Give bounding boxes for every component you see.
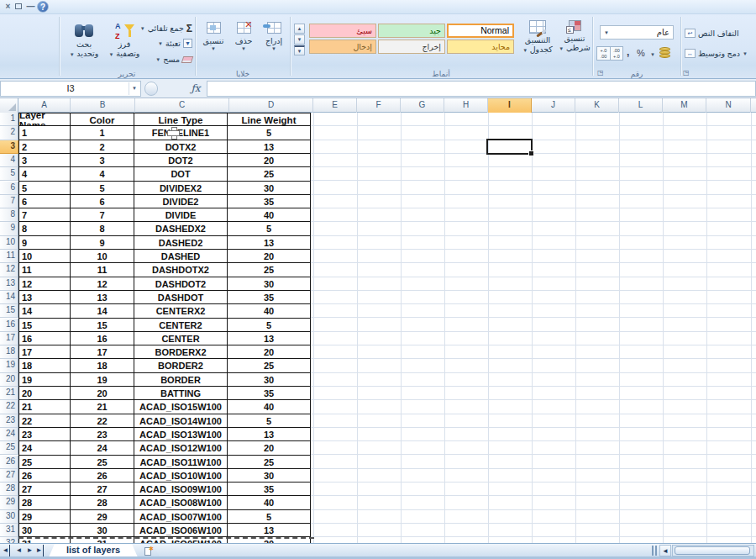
table-cell[interactable]: 11 [70, 262, 134, 277]
clear-button[interactable]: مسح ▼ [155, 53, 192, 66]
tab-split-handle[interactable] [652, 546, 657, 556]
increase-decimal-button[interactable]: +.0 .00 [597, 47, 610, 60]
column-header-D[interactable]: D [229, 98, 313, 113]
insert-cells-button[interactable]: إدراج ▼ [259, 22, 289, 51]
table-cell[interactable]: BATTING [134, 386, 228, 400]
table-cell[interactable]: ACAD_ISO14W100 [134, 414, 228, 428]
row-header-4[interactable]: 4 [0, 154, 18, 167]
table-cell[interactable]: 1 [18, 125, 71, 140]
first-sheet-button[interactable]: ◄ [2, 545, 10, 556]
row-header-11[interactable]: 11 [0, 250, 18, 263]
column-header-G[interactable]: G [401, 98, 444, 113]
decrease-decimal-button[interactable]: .00 +.0 [610, 47, 622, 60]
merge-center-button[interactable]: ↔ دمج وتوسيط ▼ [685, 47, 748, 60]
row-header-21[interactable]: 21 [0, 387, 18, 400]
table-cell[interactable]: ACAD_ISO10W100 [134, 468, 228, 483]
row-header-15[interactable]: 15 [0, 304, 18, 318]
row-header-32[interactable]: 32 [0, 537, 18, 543]
row-header-31[interactable]: 31 [0, 524, 18, 537]
table-cell[interactable]: 23 [18, 427, 71, 441]
insert-worksheet-tab[interactable]: ✱ [138, 546, 160, 557]
table-cell[interactable]: 21 [18, 399, 71, 414]
table-cell[interactable]: CENTER [134, 331, 228, 345]
table-cell[interactable]: DASHDOT2 [134, 277, 228, 291]
row-header-29[interactable]: 29 [0, 496, 18, 509]
table-cell[interactable]: 25 [227, 455, 311, 469]
table-cell[interactable]: 13 [227, 427, 311, 441]
table-cell[interactable]: BORDERX2 [134, 345, 228, 359]
table-cell[interactable]: ACAD_ISO15W100 [134, 399, 228, 414]
table-cell[interactable]: CENTER2 [134, 318, 228, 332]
table-cell[interactable]: 6 [70, 194, 134, 208]
table-cell[interactable]: 8 [18, 221, 71, 236]
column-header-A[interactable]: A [18, 98, 71, 113]
table-cell[interactable]: 11 [18, 262, 71, 277]
table-cell[interactable]: 27 [18, 482, 71, 496]
table-cell[interactable]: 7 [70, 208, 134, 222]
table-cell[interactable]: 3 [70, 153, 134, 167]
column-header-B[interactable]: B [71, 98, 135, 113]
table-cell[interactable]: 26 [70, 468, 134, 483]
table-cell[interactable]: 10 [70, 249, 134, 263]
row-header-26[interactable]: 26 [0, 456, 18, 469]
formula-input[interactable] [207, 81, 756, 97]
cell-style-5[interactable]: محايد [447, 40, 514, 54]
find-select-button[interactable]: بحث وتحديد ▼ [65, 22, 103, 58]
row-header-8[interactable]: 8 [0, 208, 18, 222]
table-cell[interactable]: 16 [70, 331, 134, 345]
table-cell[interactable]: ACAD_ISO07W100 [134, 509, 228, 524]
column-header-H[interactable]: H [444, 98, 488, 113]
table-cell[interactable]: 20 [18, 386, 71, 400]
table-cell[interactable]: DASHED2 [134, 235, 228, 250]
row-header-10[interactable]: 10 [0, 236, 18, 250]
cells-area[interactable]: Layer NameColorLine TypeLine Weight11FEN… [18, 113, 756, 543]
table-cell[interactable]: 21 [70, 399, 134, 414]
table-cell[interactable]: 5 [227, 221, 311, 236]
table-cell[interactable]: 10 [18, 249, 71, 263]
styles-gallery-up-button[interactable]: ▲ [294, 24, 305, 34]
table-cell[interactable]: DIVIDE [134, 208, 228, 222]
row-header-13[interactable]: 13 [0, 277, 18, 291]
table-cell[interactable]: DIVIDE2 [134, 194, 228, 208]
row-header-20[interactable]: 20 [0, 373, 18, 387]
row-header-1[interactable]: 1 [0, 113, 18, 126]
next-sheet-button[interactable]: ► [24, 545, 35, 556]
table-cell[interactable]: 15 [18, 318, 71, 332]
table-cell[interactable]: 24 [18, 440, 71, 456]
name-box-dropdown-icon[interactable]: ▼ [129, 82, 139, 95]
help-icon[interactable]: ? [37, 1, 49, 13]
table-cell[interactable]: 25 [70, 455, 134, 469]
percent-style-button[interactable]: % [637, 48, 645, 58]
table-cell[interactable]: 18 [70, 358, 134, 373]
table-cell[interactable]: 5 [70, 181, 134, 195]
table-cell[interactable]: DASHDOT [134, 290, 228, 304]
autosum-button[interactable]: Σ جمع تلقائي ▼ [140, 22, 192, 34]
table-cell[interactable]: 40 [227, 303, 311, 319]
table-cell[interactable]: 30 [227, 181, 311, 195]
wrap-text-button[interactable]: ↩ التفاف النص [685, 27, 739, 40]
close-icon[interactable]: × [3, 1, 13, 12]
table-cell[interactable]: 5 [227, 509, 311, 524]
table-cell[interactable]: 40 [227, 399, 311, 414]
sheet-tab-list-of-layers[interactable]: list of layers [49, 544, 138, 557]
row-header-16[interactable]: 16 [0, 319, 18, 332]
table-cell[interactable]: 35 [227, 482, 311, 496]
table-cell[interactable]: 25 [227, 358, 311, 373]
column-header-L[interactable]: L [619, 98, 663, 113]
table-cell[interactable]: FENCELINE1 [134, 125, 228, 140]
table-cell[interactable]: 5 [227, 318, 311, 332]
table-cell[interactable]: 8 [70, 221, 134, 236]
prev-sheet-button[interactable]: ◄ [13, 545, 24, 556]
table-cell[interactable]: 5 [227, 125, 311, 140]
table-cell[interactable]: 25 [227, 166, 311, 182]
cell-style-0[interactable]: سيئ [309, 24, 376, 38]
table-cell[interactable]: DASHED [134, 249, 228, 263]
table-cell[interactable]: 23 [70, 427, 134, 441]
table-cell[interactable]: 12 [70, 277, 134, 291]
table-cell[interactable]: 1 [70, 125, 134, 140]
table-cell[interactable]: 27 [70, 482, 134, 496]
row-header-7[interactable]: 7 [0, 195, 18, 208]
row-header-22[interactable]: 22 [0, 400, 18, 414]
table-cell[interactable]: 13 [70, 290, 134, 304]
table-cell[interactable]: BORDER2 [134, 358, 228, 373]
